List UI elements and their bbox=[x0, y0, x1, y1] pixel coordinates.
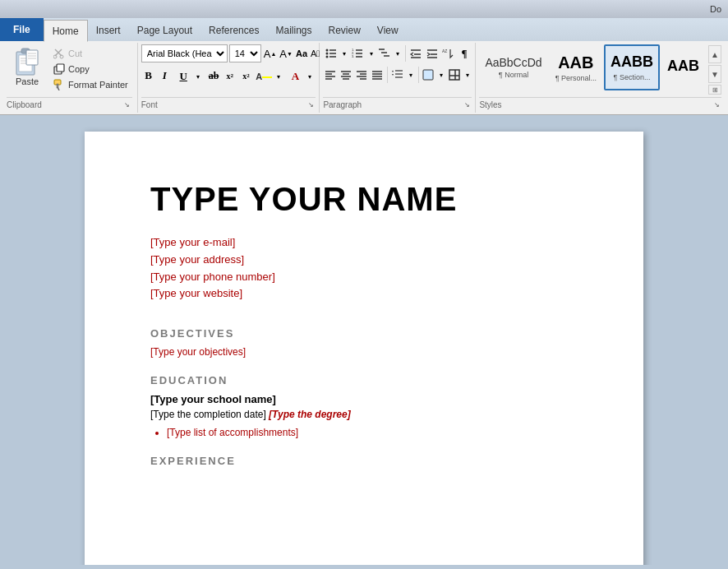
para-divider-3 bbox=[418, 67, 419, 83]
cut-icon bbox=[53, 48, 65, 59]
highlight-dropdown[interactable]: ▾ bbox=[273, 67, 284, 86]
bullets-button[interactable] bbox=[323, 44, 339, 62]
svg-rect-61 bbox=[449, 70, 459, 80]
styles-group-label: Styles ↘ bbox=[479, 97, 721, 111]
svg-rect-6 bbox=[26, 50, 38, 65]
bold-button[interactable]: B bbox=[141, 67, 156, 85]
tab-review[interactable]: Review bbox=[320, 20, 368, 41]
styles-more[interactable]: ⊞ bbox=[708, 85, 721, 95]
copy-button[interactable]: Copy bbox=[49, 62, 132, 76]
line-spacing-dropdown[interactable]: ▾ bbox=[406, 66, 415, 84]
tab-file[interactable]: File bbox=[0, 18, 44, 41]
paste-label: Paste bbox=[16, 76, 39, 86]
clipboard-group-label: Clipboard ↘ bbox=[7, 97, 132, 111]
superscript-button[interactable]: x2 bbox=[239, 67, 254, 85]
increase-indent-icon bbox=[426, 47, 439, 60]
svg-rect-15 bbox=[57, 64, 64, 72]
multilevel-list-button[interactable] bbox=[377, 44, 393, 62]
strikethrough-button[interactable]: ab bbox=[206, 67, 221, 85]
style-normal[interactable]: AaBbCcDd ¶ Normal bbox=[479, 44, 547, 90]
increase-indent-button[interactable] bbox=[425, 44, 440, 62]
styles-scroll-down[interactable]: ▼ bbox=[708, 65, 721, 83]
justify-button[interactable] bbox=[370, 66, 385, 84]
svg-text:3.: 3. bbox=[352, 54, 354, 58]
numbering-dropdown[interactable]: ▾ bbox=[366, 44, 376, 62]
text-highlight-button[interactable]: A bbox=[255, 67, 273, 86]
title-bar: Do bbox=[0, 0, 728, 18]
underline-button[interactable]: U bbox=[174, 67, 192, 86]
tab-page-layout[interactable]: Page Layout bbox=[129, 20, 200, 41]
style-section-name: ¶ Section... bbox=[614, 73, 651, 81]
align-center-button[interactable] bbox=[339, 66, 353, 84]
styles-scroll-up[interactable]: ▲ bbox=[708, 45, 721, 63]
shading-button[interactable] bbox=[421, 66, 435, 84]
tab-view[interactable]: View bbox=[369, 20, 407, 41]
style-personal[interactable]: AAB ¶ Personal... bbox=[550, 44, 602, 90]
show-formatting-button[interactable]: ¶ bbox=[457, 44, 472, 62]
style-overflow[interactable]: AAB bbox=[661, 44, 705, 90]
cut-button[interactable]: Cut bbox=[49, 46, 132, 61]
contact-website: [Type your website] bbox=[150, 285, 578, 303]
line-spacing-button[interactable] bbox=[390, 66, 405, 84]
copy-icon bbox=[53, 63, 65, 75]
styles-expander[interactable]: ↘ bbox=[712, 99, 721, 109]
svg-point-19 bbox=[325, 49, 328, 52]
experience-heading: EXPERIENCE bbox=[150, 455, 578, 467]
decrease-font-button[interactable]: A▼ bbox=[279, 44, 293, 62]
font-color-dropdown[interactable]: ▾ bbox=[304, 67, 316, 86]
tab-insert[interactable]: Insert bbox=[88, 20, 129, 41]
font-name-select[interactable]: Arial Black (Hea bbox=[141, 44, 228, 62]
justify-icon bbox=[371, 68, 384, 81]
align-center-icon bbox=[339, 68, 352, 81]
style-section[interactable]: AABB ¶ Section... bbox=[604, 44, 660, 90]
para-row-1: ▾ 1. 2. 3. ▾ bbox=[323, 44, 472, 62]
format-painter-button[interactable]: Format Painter bbox=[49, 77, 132, 92]
underline-dropdown[interactable]: ▾ bbox=[192, 67, 204, 86]
numbering-button[interactable]: 1. 2. 3. bbox=[350, 44, 366, 62]
para-row-2: ▾ ▾ ▾ bbox=[323, 66, 472, 84]
styles-group-content: AaBbCcDd ¶ Normal AAB ¶ Personal... AABB… bbox=[479, 44, 721, 95]
change-case-button[interactable]: Aa bbox=[295, 44, 308, 62]
svg-line-18 bbox=[58, 87, 59, 90]
title-text: Do bbox=[710, 4, 721, 14]
align-left-button[interactable] bbox=[323, 66, 338, 84]
tab-home[interactable]: Home bbox=[44, 20, 88, 42]
style-overflow-preview: AAB bbox=[667, 58, 699, 76]
bullets-dropdown[interactable]: ▾ bbox=[339, 44, 349, 62]
svg-point-23 bbox=[325, 56, 328, 58]
font-group-label: Font ↘ bbox=[141, 97, 316, 111]
font-size-select[interactable]: 14 bbox=[229, 44, 261, 62]
align-right-button[interactable] bbox=[354, 66, 369, 84]
border-button[interactable] bbox=[447, 66, 462, 84]
increase-font-button[interactable]: A▲ bbox=[263, 44, 278, 62]
border-dropdown[interactable]: ▾ bbox=[463, 66, 472, 84]
paste-button[interactable]: Paste bbox=[7, 44, 48, 89]
italic-button[interactable]: I bbox=[157, 67, 172, 85]
completion-date: [Type the completion date] [Type the deg… bbox=[150, 409, 578, 420]
styles-scroll: ▲ ▼ ⊞ bbox=[708, 44, 721, 95]
tab-mailings[interactable]: Mailings bbox=[267, 20, 320, 41]
clear-formatting-button[interactable]: A⃢ bbox=[310, 44, 320, 62]
clipboard-group-content: Paste Cut bbox=[7, 44, 132, 95]
font-color-button[interactable]: A bbox=[286, 67, 304, 86]
svg-text:AZ: AZ bbox=[442, 49, 447, 53]
tab-bar: File Home Insert Page Layout References … bbox=[0, 18, 728, 41]
sort-button[interactable]: AZ bbox=[440, 44, 456, 62]
tab-references[interactable]: References bbox=[200, 20, 267, 41]
para-divider-2 bbox=[387, 67, 388, 83]
ribbon-content: Paste Cut bbox=[0, 41, 728, 115]
svg-point-21 bbox=[325, 53, 328, 55]
paragraph-expander[interactable]: ↘ bbox=[462, 99, 472, 109]
multilevel-dropdown[interactable]: ▾ bbox=[393, 44, 403, 62]
clipboard-expander[interactable]: ↘ bbox=[122, 99, 132, 109]
subscript-button[interactable]: x2 bbox=[223, 67, 237, 85]
cut-label: Cut bbox=[68, 49, 82, 58]
style-normal-preview: AaBbCcDd bbox=[485, 56, 541, 70]
contact-phone: [Type your phone number] bbox=[150, 269, 578, 286]
shading-dropdown[interactable]: ▾ bbox=[436, 66, 445, 84]
border-icon bbox=[448, 68, 461, 81]
styles-group: AaBbCcDd ¶ Normal AAB ¶ Personal... AABB… bbox=[476, 43, 725, 113]
decrease-indent-button[interactable] bbox=[408, 44, 424, 62]
align-right-icon bbox=[355, 68, 368, 81]
font-expander[interactable]: ↘ bbox=[306, 99, 316, 109]
